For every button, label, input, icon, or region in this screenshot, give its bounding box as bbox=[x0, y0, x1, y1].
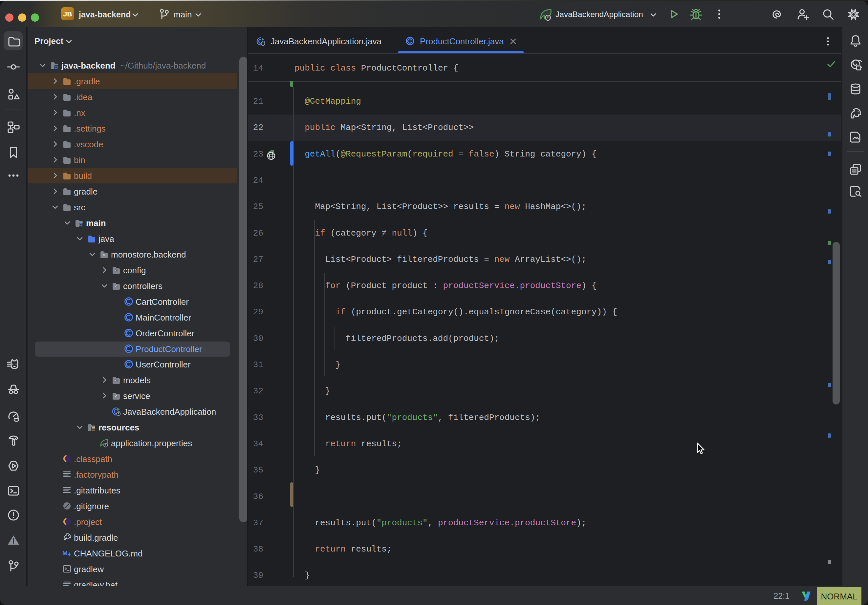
svg-text:M: M bbox=[62, 549, 68, 557]
